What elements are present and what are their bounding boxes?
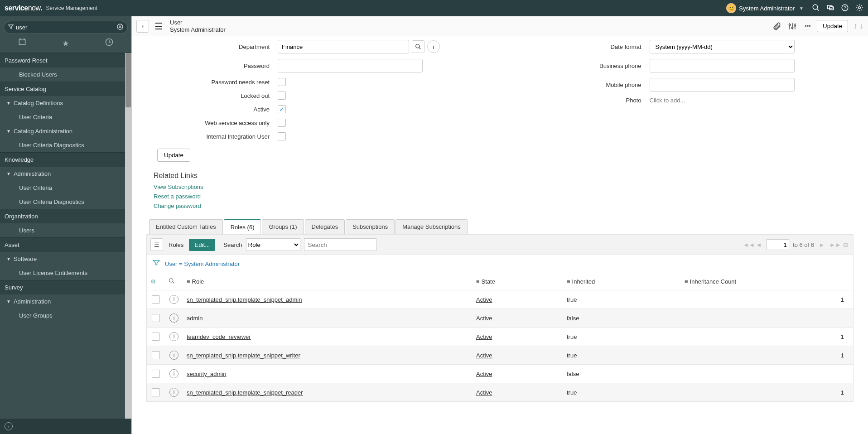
tab[interactable]: Roles (6) xyxy=(224,219,261,234)
col-inherited[interactable]: Inherited xyxy=(572,278,595,285)
gear-icon[interactable] xyxy=(855,4,863,13)
nav-subsection[interactable]: ▼Administration xyxy=(0,294,131,309)
nav-section[interactable]: Organization xyxy=(0,209,131,223)
needs-reset-checkbox[interactable] xyxy=(278,78,286,86)
prev-record-icon[interactable]: ↑ xyxy=(854,21,858,31)
nav-subsection[interactable]: ▼Administration xyxy=(0,167,131,181)
next-page-icon[interactable]: ► xyxy=(818,241,826,248)
role-link[interactable]: sn_templated_snip.template_snippet_reade… xyxy=(187,389,303,396)
nav-filter-input[interactable] xyxy=(14,23,116,32)
state-link[interactable]: Active xyxy=(476,352,492,359)
nav-section[interactable]: Asset xyxy=(0,237,131,252)
nav-module[interactable]: User Criteria xyxy=(0,110,131,124)
nav-module[interactable]: Users xyxy=(0,223,131,237)
breadcrumb-text[interactable]: User = System Administrator xyxy=(165,260,240,267)
col-count[interactable]: Inheritance Count xyxy=(690,278,737,285)
row-info-icon[interactable]: i xyxy=(169,369,178,378)
tab[interactable]: Manage Subscriptions xyxy=(395,219,468,234)
role-link[interactable]: teamdev_code_reviewer xyxy=(187,333,251,340)
date-format-select[interactable]: System (yyyy-MM-dd) xyxy=(650,40,795,53)
user-menu[interactable]: 😊 System Administrator ▼ xyxy=(726,3,804,13)
nav-module[interactable]: User Criteria Diagnostics xyxy=(0,195,131,209)
nav-module[interactable]: User License Entitlements xyxy=(0,266,131,280)
table-personalize-icon[interactable]: ⚙ xyxy=(150,278,156,285)
tab[interactable]: Groups (1) xyxy=(262,219,304,234)
edit-button[interactable]: Edit... xyxy=(189,239,215,251)
col-state[interactable]: State xyxy=(482,278,495,285)
related-link[interactable]: Reset a password xyxy=(154,192,854,202)
role-link[interactable]: admin xyxy=(187,315,203,322)
row-checkbox[interactable] xyxy=(152,295,160,304)
related-link[interactable]: View Subscriptions xyxy=(154,183,854,192)
update-button-bottom[interactable]: Update xyxy=(157,149,190,162)
state-link[interactable]: Active xyxy=(476,296,492,303)
nav-favorites-icon[interactable]: ★ xyxy=(62,39,69,48)
last-page-icon[interactable]: ►► xyxy=(829,241,838,248)
row-info-icon[interactable]: i xyxy=(169,388,178,397)
nav-section[interactable]: Service Catalog xyxy=(0,82,131,96)
locked-out-checkbox[interactable] xyxy=(278,92,286,100)
list-search-field-select[interactable]: Role xyxy=(246,238,300,251)
row-checkbox[interactable] xyxy=(152,370,160,378)
related-link[interactable]: Change password xyxy=(154,202,854,211)
state-link[interactable]: Active xyxy=(476,333,492,340)
photo-add-link[interactable]: Click to add... xyxy=(650,97,685,104)
password-field[interactable] xyxy=(278,59,423,72)
col-role[interactable]: Role xyxy=(192,278,204,285)
clear-filter-icon[interactable] xyxy=(116,23,124,32)
prev-page-icon[interactable]: ◄ xyxy=(755,241,763,248)
mobile-phone-field[interactable] xyxy=(650,78,795,92)
tab[interactable]: Subscriptions xyxy=(346,219,395,234)
nav-subsection[interactable]: ▼Software xyxy=(0,252,131,266)
col-menu-role-icon[interactable]: ≡ xyxy=(187,278,190,285)
first-page-icon[interactable]: ◄◄ xyxy=(743,241,751,248)
col-menu-inherited-icon[interactable]: ≡ xyxy=(567,278,570,285)
nav-module[interactable]: User Groups xyxy=(0,309,131,323)
row-info-icon[interactable]: i xyxy=(169,351,178,360)
nav-module[interactable]: User Criteria Diagnostics xyxy=(0,138,131,152)
row-checkbox[interactable] xyxy=(152,351,160,359)
web-access-checkbox[interactable] xyxy=(278,119,286,127)
active-checkbox[interactable]: ✓ xyxy=(278,105,286,113)
update-button[interactable]: Update xyxy=(817,20,848,32)
row-info-icon[interactable]: i xyxy=(169,332,178,341)
more-actions-icon[interactable]: ••• xyxy=(801,20,814,33)
personalize-icon[interactable] xyxy=(786,20,799,33)
page-current-input[interactable] xyxy=(767,239,789,250)
list-expand-icon[interactable]: ⊟ xyxy=(841,241,849,248)
tab[interactable]: Entitled Custom Tables xyxy=(149,219,223,234)
chat-icon[interactable] xyxy=(826,4,834,13)
attachment-icon[interactable] xyxy=(771,20,783,33)
role-link[interactable]: sn_templated_snip.template_snippet_admin xyxy=(187,296,302,303)
nav-history-icon[interactable] xyxy=(105,38,114,49)
funnel-icon[interactable] xyxy=(152,259,160,269)
state-link[interactable]: Active xyxy=(476,389,492,396)
nav-section[interactable]: Password Reset xyxy=(0,53,131,68)
department-field[interactable] xyxy=(278,40,409,53)
row-info-icon[interactable]: i xyxy=(169,295,178,304)
role-link[interactable]: security_admin xyxy=(187,371,226,377)
nav-collapse-icon[interactable]: ‹ xyxy=(5,422,13,430)
state-link[interactable]: Active xyxy=(476,371,492,377)
nav-subsection[interactable]: ▼Catalog Definitions xyxy=(0,96,131,110)
state-link[interactable]: Active xyxy=(476,315,492,322)
nav-section[interactable]: Survey xyxy=(0,280,131,294)
role-link[interactable]: sn_templated_snip.template_snippet_write… xyxy=(187,352,300,359)
row-checkbox[interactable] xyxy=(152,314,160,322)
nav-section[interactable]: Knowledge xyxy=(0,152,131,167)
col-menu-state-icon[interactable]: ≡ xyxy=(476,278,480,285)
table-search-icon[interactable] xyxy=(169,279,175,285)
nav-all-apps-icon[interactable] xyxy=(18,38,27,49)
department-lookup-icon[interactable] xyxy=(412,40,424,53)
department-info-icon[interactable]: i xyxy=(427,40,440,53)
back-button[interactable]: ‹ xyxy=(136,20,149,33)
business-phone-field[interactable] xyxy=(650,59,795,72)
next-record-icon[interactable]: ↓ xyxy=(859,21,863,31)
nav-module[interactable]: Blocked Users xyxy=(0,68,131,82)
list-search-input[interactable] xyxy=(304,238,376,251)
nav-scrollbar[interactable] xyxy=(125,53,131,419)
row-checkbox[interactable] xyxy=(152,388,160,396)
tab[interactable]: Delegates xyxy=(305,219,345,234)
help-icon[interactable]: ? xyxy=(841,4,849,13)
row-checkbox[interactable] xyxy=(152,333,160,341)
